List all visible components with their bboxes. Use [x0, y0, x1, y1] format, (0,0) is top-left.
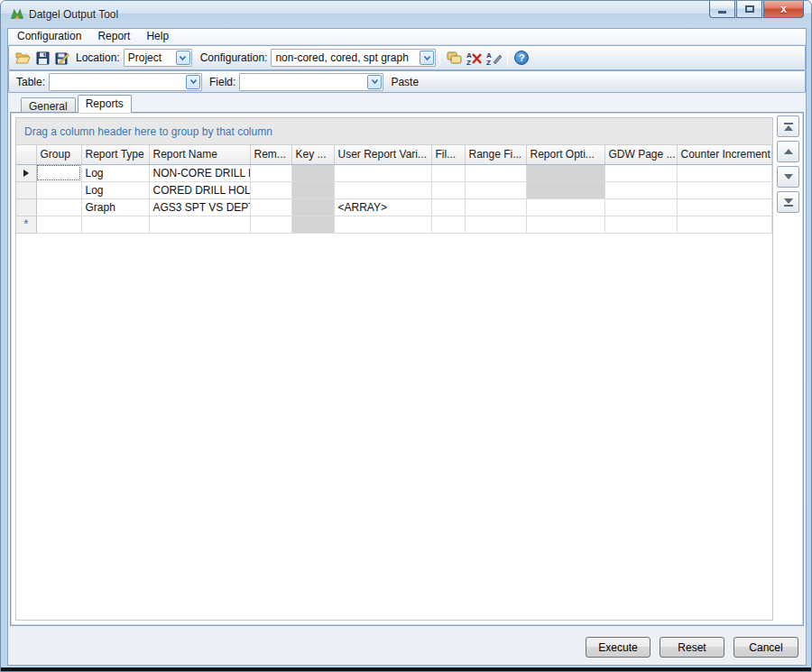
cell-report-options[interactable] — [526, 198, 604, 216]
cancel-button[interactable]: Cancel — [734, 637, 798, 658]
location-value[interactable]: Project — [125, 50, 175, 66]
cell-range-fields[interactable] — [465, 198, 526, 216]
delete-configuration-button[interactable]: A Z — [464, 49, 484, 68]
cell-remarks[interactable] — [250, 216, 291, 233]
cell-user-report-vars[interactable] — [334, 164, 431, 181]
location-combobox[interactable]: Project — [124, 49, 192, 67]
toolbar-separator — [507, 50, 508, 66]
column-header-user-report-vars[interactable]: User Report Vari... — [334, 145, 431, 164]
save-button[interactable] — [32, 49, 52, 68]
field-value[interactable] — [240, 74, 366, 90]
minimize-button[interactable] — [709, 1, 735, 18]
field-combobox[interactable] — [239, 73, 383, 91]
column-header-range-fields[interactable]: Range Fi... — [465, 145, 526, 164]
column-header-group[interactable]: Group — [36, 145, 81, 164]
cell-filter[interactable] — [431, 216, 465, 233]
cell-report-name[interactable] — [149, 216, 250, 233]
toolbar-separator — [439, 50, 440, 66]
cell-gdw-page[interactable] — [604, 216, 677, 233]
column-header-report-type[interactable]: Report Type — [81, 145, 149, 164]
move-row-up-button[interactable] — [777, 141, 799, 162]
cell-filter[interactable] — [431, 164, 465, 181]
table-row: Log CORED DRILL HOLE — [16, 181, 772, 198]
column-header-gdw-page[interactable]: GDW Page ... — [604, 145, 677, 164]
cell-report-options[interactable] — [526, 216, 604, 233]
help-button[interactable]: ? — [512, 49, 531, 68]
new-row-indicator[interactable]: * — [16, 216, 36, 233]
cell-remarks[interactable] — [250, 164, 291, 181]
cell-counter-increment[interactable] — [677, 198, 772, 216]
cell-group[interactable] — [36, 198, 81, 216]
column-header-key[interactable]: Key ... — [291, 145, 334, 164]
cell-range-fields[interactable] — [465, 181, 526, 198]
tab-general[interactable]: General — [21, 97, 76, 113]
cell-gdw-page[interactable] — [604, 198, 677, 216]
cell-remarks[interactable] — [250, 198, 291, 216]
cell-group[interactable] — [36, 181, 81, 198]
cell-counter-increment[interactable] — [677, 181, 772, 198]
row-indicator[interactable] — [16, 181, 36, 198]
move-row-last-button[interactable] — [777, 191, 799, 213]
move-last-icon — [784, 198, 793, 204]
cell-gdw-page[interactable] — [604, 181, 677, 198]
field-dropdown-button[interactable] — [367, 75, 382, 89]
table-value[interactable] — [50, 74, 185, 90]
cell-user-report-vars[interactable] — [334, 216, 431, 233]
configuration-dropdown-button[interactable] — [420, 51, 434, 65]
cell-report-type[interactable] — [81, 216, 149, 233]
move-row-down-button[interactable] — [777, 166, 799, 188]
cell-report-type[interactable]: Log — [81, 181, 149, 198]
row-indicator[interactable] — [16, 164, 36, 181]
help-icon: ? — [514, 51, 529, 65]
configuration-combobox[interactable]: non-cored, cored, spt graph — [271, 49, 436, 67]
cell-filter[interactable] — [431, 181, 465, 198]
cell-counter-increment[interactable] — [677, 216, 772, 233]
move-row-first-button[interactable] — [777, 115, 799, 137]
cell-report-name[interactable]: NON-CORE DRILL HOLE — [149, 164, 250, 181]
row-indicator[interactable] — [16, 198, 36, 216]
rename-configuration-button[interactable]: A Z — [484, 49, 503, 68]
table-combobox[interactable] — [49, 73, 202, 91]
group-by-panel[interactable]: Drag a column header here to group by th… — [16, 118, 772, 145]
cell-group[interactable] — [36, 164, 81, 181]
menu-configuration[interactable]: Configuration — [9, 29, 89, 44]
column-header-counter-increment[interactable]: Counter Increment — [677, 145, 772, 164]
cell-user-report-vars[interactable] — [334, 181, 431, 198]
column-header-remarks[interactable]: Rem... — [250, 145, 291, 164]
cell-report-type[interactable]: Log — [81, 164, 149, 181]
cell-user-report-vars[interactable]: <ARRAY> — [334, 198, 431, 216]
cell-report-type[interactable]: Graph — [81, 198, 149, 216]
row-order-buttons — [777, 115, 799, 213]
column-header-filter[interactable]: Fil... — [431, 145, 465, 164]
cell-range-fields[interactable] — [465, 216, 526, 233]
menu-help[interactable]: Help — [138, 29, 177, 44]
column-header-report-options[interactable]: Report Opti... — [526, 145, 604, 164]
new-row: * — [16, 216, 772, 233]
cell-counter-increment[interactable] — [677, 164, 772, 181]
save-as-button[interactable] — [52, 49, 72, 68]
cell-report-name[interactable]: AGS3 SPT VS DEPTH — [149, 198, 250, 216]
cell-range-fields[interactable] — [465, 164, 526, 181]
cell-key — [291, 181, 334, 198]
close-button[interactable]: x — [763, 1, 804, 18]
paste-button[interactable]: Paste — [391, 76, 419, 88]
configuration-value[interactable]: non-cored, cored, spt graph — [272, 50, 419, 66]
execute-button[interactable]: Execute — [586, 637, 651, 658]
menu-report[interactable]: Report — [89, 29, 138, 44]
cell-group[interactable] — [36, 216, 81, 233]
cell-report-name[interactable]: CORED DRILL HOLE — [149, 181, 250, 198]
cell-gdw-page[interactable] — [604, 164, 677, 181]
open-button[interactable] — [13, 49, 32, 68]
chevron-down-icon — [179, 55, 187, 61]
reset-button[interactable]: Reset — [660, 637, 724, 658]
copy-configuration-button[interactable] — [444, 49, 464, 68]
maximize-button[interactable] — [736, 1, 762, 18]
cell-filter[interactable] — [431, 198, 465, 216]
table-label: Table: — [16, 76, 45, 88]
column-header-report-name[interactable]: Report Name — [149, 145, 250, 164]
tab-reports[interactable]: Reports — [78, 95, 132, 113]
table-dropdown-button[interactable] — [186, 75, 200, 89]
tab-strip: General Reports — [21, 95, 134, 113]
cell-remarks[interactable] — [250, 181, 291, 198]
location-dropdown-button[interactable] — [176, 51, 190, 65]
